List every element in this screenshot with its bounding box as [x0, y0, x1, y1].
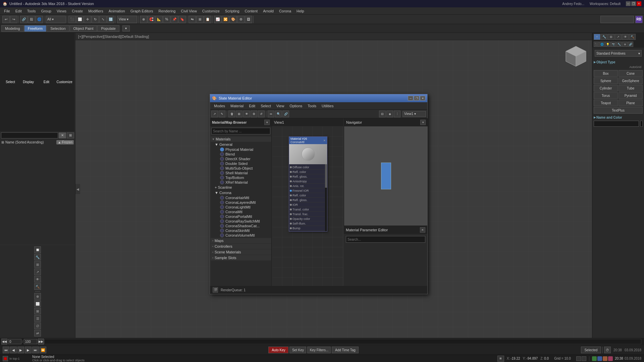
close-button[interactable]: ✕: [637, 1, 641, 6]
none-icon[interactable]: ∅: [34, 322, 41, 329]
menu-edit[interactable]: Edit: [13, 8, 24, 14]
pb-play[interactable]: ▶: [17, 347, 24, 353]
dialog-menu-options[interactable]: Options: [287, 103, 305, 109]
search-options-button[interactable]: ⊞: [67, 132, 74, 138]
viewport-nav-left[interactable]: ◀: [75, 184, 80, 194]
navigator-options[interactable]: ▾: [420, 120, 426, 125]
dt-highlight[interactable]: ◈: [386, 111, 393, 117]
add-time-tag-button[interactable]: Add Time Tag: [332, 347, 359, 353]
zoom-extents-icon[interactable]: ⊕: [34, 293, 41, 300]
scanline-header[interactable]: + Scanline: [213, 185, 271, 190]
move-button[interactable]: ✛: [84, 16, 91, 23]
undo-button[interactable]: ↩: [2, 16, 10, 23]
sphere-button[interactable]: Sphere: [594, 77, 618, 84]
dialog-close-button[interactable]: ✕: [420, 96, 425, 101]
display-icon[interactable]: 👁: [34, 276, 41, 283]
select-region[interactable]: ⬜: [76, 16, 84, 23]
browser-options-button[interactable]: ▾: [264, 120, 270, 125]
tab-populate[interactable]: Populate: [97, 25, 119, 32]
schematic-view[interactable]: 🔀: [222, 16, 229, 23]
taskbar-icon-4[interactable]: [608, 356, 613, 361]
cone-button[interactable]: Cone: [619, 70, 643, 77]
menu-help[interactable]: Help: [294, 8, 307, 14]
menu-create[interactable]: Create: [69, 8, 86, 14]
selected-label-badge[interactable]: Selected: [581, 347, 601, 353]
populate-dropdown[interactable]: ▾: [122, 25, 130, 32]
dialog-minimize-button[interactable]: ─: [408, 96, 413, 101]
ref-coord[interactable]: 🔢: [107, 16, 114, 23]
rp-ico-7[interactable]: 🔗: [628, 42, 633, 47]
controllers-group-header[interactable]: + Controllers: [211, 244, 271, 249]
pb-next-frame[interactable]: ▶: [25, 347, 32, 353]
snap-icon[interactable]: [582, 356, 586, 361]
dialog-menu-tools[interactable]: Tools: [305, 103, 319, 109]
color-swatch[interactable]: [640, 121, 643, 127]
mpe-search-input[interactable]: [346, 236, 425, 243]
invert-icon[interactable]: ⇌: [34, 330, 41, 337]
angle-snap[interactable]: 📐: [155, 16, 163, 23]
mini-viewport-icon[interactable]: [3, 356, 8, 361]
mat-item-double-sided[interactable]: Double Sided: [213, 161, 271, 166]
pb-goto-start[interactable]: ⏮: [3, 347, 9, 353]
dialog-titlebar[interactable]: 🎨 Slate Material Editor ─ ❐ ✕: [210, 94, 427, 102]
mat-item-corona-layered[interactable]: CoronaLayeredMtl: [213, 200, 271, 205]
taskbar-icon-3[interactable]: [603, 356, 607, 361]
menu-file[interactable]: File: [1, 8, 13, 14]
rb-button[interactable]: RB: [635, 16, 643, 23]
dialog-menu-modes[interactable]: Modes: [211, 103, 228, 109]
dt-update[interactable]: ↺: [258, 111, 265, 117]
teapot-button[interactable]: Teapot: [594, 100, 618, 106]
mat-item-multi-sub[interactable]: Multi/Sub-Object: [213, 166, 271, 171]
node-header[interactable]: Material #26 CoronaMtl ✕: [289, 137, 327, 144]
dt-put-material[interactable]: ✎: [219, 111, 225, 117]
redo-button[interactable]: ↪: [10, 16, 17, 23]
menu-civil-view[interactable]: Civil View: [178, 8, 199, 14]
mat-item-shell[interactable]: Shell Material: [213, 171, 271, 175]
rp-ico-5[interactable]: 🔧: [616, 42, 622, 47]
restore-button[interactable]: ❐: [631, 1, 636, 6]
cmd-tab-utilities[interactable]: 🔨: [629, 34, 636, 40]
mpe-close-button[interactable]: ✕: [420, 227, 425, 233]
mat-item-corona-volume[interactable]: CoronaVolumeMtl: [213, 233, 271, 238]
rp-ico-1[interactable]: ⬛: [594, 42, 599, 47]
prev-key[interactable]: ◀◀: [1, 339, 7, 345]
dialog-menu-view[interactable]: View: [274, 103, 287, 109]
scene-materials-header[interactable]: + Scene Materials: [211, 249, 271, 255]
mat-item-corona-mtl[interactable]: CoronaMtl: [213, 209, 271, 214]
menu-content[interactable]: Content: [242, 8, 261, 14]
general-subgroup-header[interactable]: ▼ General: [213, 142, 271, 147]
standard-primitives-dropdown[interactable]: Standard Primitives ▾: [595, 50, 642, 57]
dt-table-view[interactable]: ⊟: [379, 111, 386, 117]
render-button[interactable]: 🖼: [245, 16, 252, 23]
set-key-button[interactable]: Set Key: [289, 347, 306, 353]
material-editor[interactable]: 🎨: [229, 16, 237, 23]
materials-group-header[interactable]: ▼ Materials: [211, 136, 271, 142]
view1-dropdown[interactable]: View1 ▾: [402, 111, 426, 117]
cmd-tab-motion[interactable]: ↗: [615, 34, 622, 40]
frame-input[interactable]: [8, 339, 21, 344]
pb-goto-end[interactable]: ⏭: [32, 347, 39, 353]
menu-graph-editors[interactable]: Graph Editors: [128, 8, 156, 14]
cylinder-button[interactable]: Cylinder: [594, 85, 618, 92]
dt-move[interactable]: ⇔: [268, 111, 274, 117]
mat-item-corona-skin[interactable]: CoronaSkinMtl: [213, 228, 271, 233]
cmd-tab-display[interactable]: 👁: [622, 34, 629, 40]
spinner-snap[interactable]: 📌: [171, 16, 178, 23]
dialog-menu-select[interactable]: Select: [258, 103, 274, 109]
render-setup[interactable]: ⚙: [237, 16, 245, 23]
render-queue-icon[interactable]: 🎬: [213, 287, 218, 293]
scale-button[interactable]: ⤡: [99, 16, 107, 23]
bind-space-warp[interactable]: 🌀: [36, 16, 43, 23]
tab-object-paint[interactable]: Object Paint: [70, 25, 97, 32]
taskbar-icon-2[interactable]: [597, 356, 602, 361]
time-config-button[interactable]: ⏱: [604, 347, 611, 353]
timeline-bar[interactable]: [44, 339, 641, 344]
menu-customize[interactable]: Customize: [200, 8, 222, 14]
geosphere-button[interactable]: GeoSphere: [619, 77, 643, 84]
textplus-button[interactable]: TextPlus: [594, 107, 643, 114]
pb-prev-frame[interactable]: ◀: [10, 347, 17, 353]
motion-icon[interactable]: ↗: [34, 268, 41, 275]
menu-animation[interactable]: Animation: [106, 8, 128, 14]
customize-tab[interactable]: Customize: [55, 80, 73, 84]
material-node[interactable]: Material #26 CoronaMtl ✕: [289, 136, 327, 232]
